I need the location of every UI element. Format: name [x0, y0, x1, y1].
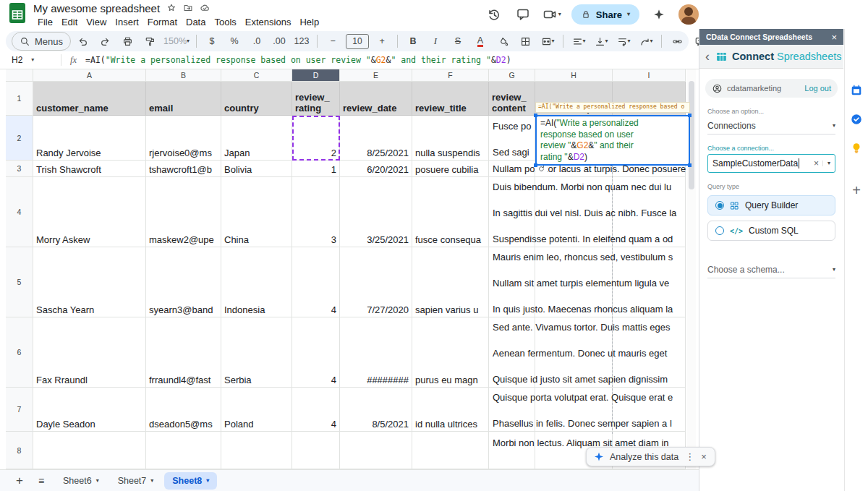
calendar-button[interactable]: [850, 84, 863, 97]
cell-H6[interactable]: [535, 317, 613, 388]
paint-format-button[interactable]: [139, 33, 161, 50]
version-history-button[interactable]: [485, 5, 503, 24]
row-header-2[interactable]: 2: [6, 116, 33, 161]
cell-editor-h2[interactable]: =AI("Write a personalizedresponse based …: [535, 115, 690, 166]
increase-decimals-button[interactable]: .00: [268, 33, 290, 50]
name-box[interactable]: H2 ▾: [0, 55, 61, 65]
cell-E8[interactable]: [340, 432, 412, 469]
column-header-A[interactable]: A: [33, 69, 146, 82]
cell-C7[interactable]: Poland: [221, 388, 292, 432]
font-size-box[interactable]: 10: [346, 34, 369, 49]
redo-button[interactable]: [94, 33, 116, 50]
text-color-button[interactable]: A: [469, 33, 491, 50]
comments-button[interactable]: [514, 5, 532, 24]
cell-I6[interactable]: [613, 317, 686, 388]
clear-icon[interactable]: ×: [810, 158, 822, 168]
selection-handle[interactable]: [534, 114, 537, 117]
cell-E4[interactable]: 3/25/2021: [340, 177, 412, 247]
selection-handle[interactable]: [534, 163, 537, 167]
row-header-1[interactable]: 1: [6, 82, 33, 116]
cell-G1[interactable]: review_ content: [489, 82, 535, 116]
row-header-7[interactable]: 7: [6, 388, 33, 432]
search-menus-button[interactable]: Menus: [12, 32, 71, 51]
cell-E3[interactable]: 6/20/2021: [340, 161, 412, 177]
cell-C1[interactable]: country: [221, 82, 292, 116]
cell-G2[interactable]: [489, 116, 535, 161]
row-header-8[interactable]: 8: [6, 432, 33, 469]
menu-tools[interactable]: Tools: [210, 17, 240, 27]
cell-G4[interactable]: [489, 177, 535, 247]
menu-help[interactable]: Help: [295, 17, 323, 27]
cell-D7[interactable]: 4: [292, 388, 340, 432]
cell-F3[interactable]: posuere cubilia: [412, 161, 489, 177]
sheets-logo-icon[interactable]: [9, 2, 26, 27]
cell-F1[interactable]: review_title: [412, 82, 489, 116]
formula-text[interactable]: =AI("Write a personalized response based…: [85, 55, 511, 65]
cell-I7[interactable]: [613, 388, 686, 432]
insert-link-button[interactable]: [666, 33, 688, 50]
format-currency-button[interactable]: $: [201, 33, 223, 50]
add-sheet-button[interactable]: +: [10, 471, 29, 490]
column-header-C[interactable]: C: [221, 69, 292, 82]
cell-D6[interactable]: 4: [292, 317, 340, 388]
schema-select[interactable]: Choose a schema... ▾: [707, 261, 835, 278]
strikethrough-button[interactable]: S: [447, 33, 469, 50]
cell-A8[interactable]: [33, 432, 146, 469]
menu-insert[interactable]: Insert: [111, 17, 143, 27]
cell-G3[interactable]: [489, 161, 535, 177]
cell-C2[interactable]: Japan: [221, 116, 292, 161]
cell-E5[interactable]: 7/27/2020: [340, 247, 412, 317]
text-rotation-button[interactable]: ▾: [635, 33, 657, 50]
fill-color-button[interactable]: [492, 33, 514, 50]
account-avatar[interactable]: [678, 4, 699, 25]
cell-H4[interactable]: [535, 177, 613, 247]
cell-D8[interactable]: [292, 432, 340, 469]
cell-B3[interactable]: tshawcroft1@b: [146, 161, 221, 177]
menu-edit[interactable]: Edit: [57, 17, 82, 27]
cell-B2[interactable]: rjervoise0@ms: [146, 116, 221, 161]
number-format-button[interactable]: 123: [291, 33, 312, 50]
column-header-E[interactable]: E: [340, 69, 412, 82]
cell-B5[interactable]: syearn3@band: [146, 247, 221, 317]
cell-G5[interactable]: [489, 247, 535, 317]
connection-input[interactable]: SampleCustomerData × ▾: [707, 154, 835, 173]
menu-extensions[interactable]: Extensions: [241, 17, 296, 27]
cell-A4[interactable]: Morry Askew: [33, 177, 146, 247]
cell-H7[interactable]: [535, 388, 613, 432]
all-sheets-button[interactable]: ≡: [32, 471, 51, 490]
menu-file[interactable]: File: [33, 17, 57, 27]
cell-A7[interactable]: Dayle Seadon: [33, 388, 146, 432]
cell-D5[interactable]: 4: [292, 247, 340, 317]
cell-D3[interactable]: 1: [292, 161, 340, 177]
cell-B4[interactable]: maskew2@upe: [146, 177, 221, 247]
cell-H5[interactable]: [535, 247, 613, 317]
keep-button[interactable]: [850, 142, 863, 155]
cell-D2[interactable]: 2: [292, 116, 340, 161]
cell-G6[interactable]: [489, 317, 535, 388]
vertical-align-button[interactable]: ▾: [590, 33, 612, 50]
cell-E7[interactable]: 8/5/2021: [340, 388, 412, 432]
cell-C4[interactable]: China: [221, 177, 292, 247]
cell-A3[interactable]: Trish Shawcroft: [33, 161, 146, 177]
cell-G8[interactable]: [489, 432, 535, 469]
cell-C8[interactable]: [221, 432, 292, 469]
column-header-F[interactable]: F: [412, 69, 489, 82]
selection-handle[interactable]: [688, 163, 692, 167]
kebab-icon[interactable]: ⋮: [685, 451, 694, 462]
row-header-3[interactable]: 3: [6, 161, 33, 177]
cell-F5[interactable]: sapien varius u: [412, 247, 489, 317]
cell-E2[interactable]: 8/25/2021: [340, 116, 412, 161]
menu-format[interactable]: Format: [143, 17, 182, 27]
cell-B7[interactable]: dseadon5@ms: [146, 388, 221, 432]
font-size-increase-button[interactable]: +: [371, 33, 393, 50]
select-all-corner[interactable]: [6, 69, 33, 82]
text-wrap-button[interactable]: ▾: [613, 33, 634, 50]
cell-F7[interactable]: id nulla ultrices: [412, 388, 489, 432]
cell-C6[interactable]: Serbia: [221, 317, 292, 388]
row-header-6[interactable]: 6: [6, 317, 33, 388]
column-header-I[interactable]: I: [613, 69, 686, 82]
cell-B1[interactable]: email: [146, 82, 221, 116]
star-icon[interactable]: [166, 3, 176, 13]
row-header-4[interactable]: 4: [6, 177, 33, 247]
italic-button[interactable]: I: [425, 33, 446, 50]
